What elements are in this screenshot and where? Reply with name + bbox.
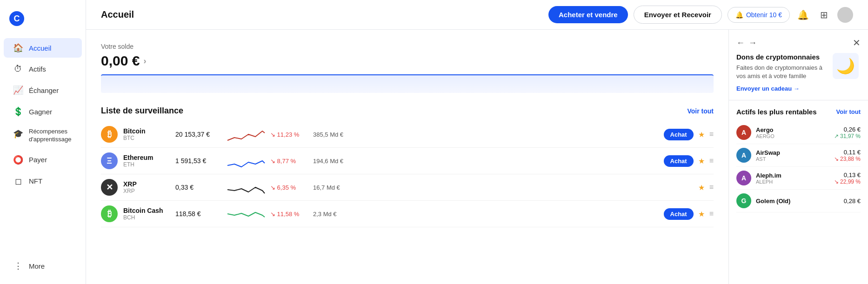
page-title: Accueil [101,9,543,20]
promo-button[interactable]: 🔔 Obtenir 10 € [728,7,790,23]
crypto-chart-mini [227,180,265,194]
asset-price-block: 0,28 € [844,198,861,205]
achat-button[interactable]: Achat [664,129,694,140]
asset-name-block: AirSwap AST [756,149,829,162]
watchlist-header: Liste de surveillance Voir tout [101,106,714,116]
sidebar-item-payer[interactable]: ⭕ Payer [4,150,82,170]
sidebar-item-label: Actifs [29,65,46,73]
sidebar-item-label: NFT [29,177,42,185]
top-assets-header: Actifs les plus rentables Voir tout [736,108,861,116]
balance-value: 0,00 € › [101,53,714,69]
promo-prev-button[interactable]: ← [736,38,745,48]
crypto-icon: ₿ [101,205,118,222]
promo-link[interactable]: Envoyer un cadeau → [736,85,800,92]
balance-amount: 0,00 € [101,53,140,69]
sidebar-item-gagner[interactable]: 💲 Gagner [4,102,82,121]
more-row-button[interactable]: ≡ [709,130,714,139]
more-row-button[interactable]: ≡ [709,157,714,165]
star-icon[interactable]: ★ [698,210,705,218]
crypto-name: Ethereum ETH [123,154,170,168]
notification-button[interactable]: 🔔 [795,7,811,22]
asset-name: Golem (Old) [756,198,839,205]
watchlist-voir-tout[interactable]: Voir tout [687,107,714,115]
star-icon[interactable]: ★ [698,130,705,139]
gift-icon: 🌙 [833,53,859,79]
sidebar-item-more[interactable]: ⋮ More [4,256,82,276]
more-row-button[interactable]: ≡ [709,183,714,192]
top-assets-title: Actifs les plus rentables [736,108,817,116]
sidebar-item-echanger[interactable]: 📈 Échanger [4,80,82,100]
promo-text: Dons de cryptomonnaies Faites don de cry… [736,53,827,92]
asset-icon: A [736,171,751,185]
list-item[interactable]: A Aergo AERGO 0,26 € ↗ 31,97 % [736,121,861,144]
sidebar-item-label: Récompenses d'apprentissage [29,128,73,144]
list-item[interactable]: G Golem (Old) 0,28 € [736,190,861,212]
sidebar: C 🏠 Accueil ⏱ Actifs 📈 Échanger 💲 Gagner… [0,0,86,284]
dashboard-body: Votre solde 0,00 € › Liste de surveillan… [86,30,868,284]
asset-icon: A [736,148,751,163]
asset-change: ↗ 31,97 % [834,133,861,139]
table-row: ✕ XRP XRP 0,33 € ↘ 6,35 % 16,7 Md € ★ ≡ [101,174,714,201]
sidebar-item-label: Échanger [29,86,59,94]
promo-next-button[interactable]: → [748,38,757,48]
crypto-price: 0,33 € [175,184,222,191]
header: Accueil Acheter et vendre Envoyer et Rec… [86,0,868,30]
asset-icon: A [736,125,751,140]
send-receive-button[interactable]: Envoyer et Recevoir [634,6,722,24]
balance-arrow[interactable]: › [143,56,146,66]
crypto-ticker: XRP [123,188,170,194]
more-row-button[interactable]: ≡ [709,210,714,218]
sidebar-logo: C [0,7,86,37]
right-panel: ← → ✕ Dons de cryptomonnaies Faites don … [728,30,868,284]
grid-button[interactable]: ⊞ [818,7,830,22]
crypto-icon: ✕ [101,179,118,196]
crypto-ticker: BTC [123,135,170,141]
asset-ticker: ALEPH [756,179,829,185]
promo-icon: 🔔 [735,11,743,19]
asset-name: Aleph.im [756,172,829,179]
asset-price: 0,11 € [834,149,861,156]
crypto-chart-mini [227,207,265,221]
sidebar-item-label: Gagner [29,108,52,116]
crypto-name: Bitcoin BTC [123,127,170,141]
table-row: ₿ Bitcoin BTC 20 153,37 € ↘ 11,23 % 385,… [101,121,714,148]
achat-button[interactable]: Achat [664,208,694,220]
crypto-actions: Achat ★ ≡ [664,129,714,140]
crypto-change: ↘ 11,23 % [270,131,307,138]
header-icons: 🔔 ⊞ [795,7,853,23]
avatar[interactable] [837,7,853,23]
top-assets-section: Actifs les plus rentables Voir tout A Ae… [729,100,868,220]
sidebar-item-nft[interactable]: ◻ NFT [4,172,82,191]
list-item[interactable]: A Aleph.im ALEPH 0,13 € ↘ 22,99 % [736,167,861,190]
promo-desc: Faites don de cryptomonnaies à vos amis … [736,64,827,80]
asset-change: ↘ 22,99 % [834,178,861,185]
main-content: Accueil Acheter et vendre Envoyer et Rec… [86,0,868,284]
star-icon[interactable]: ★ [698,183,705,192]
crypto-name-text: XRP [123,180,170,188]
logo-icon[interactable]: C [9,11,24,26]
list-item[interactable]: A AirSwap AST 0,11 € ↘ 23,88 % [736,144,861,167]
promo-content: Dons de cryptomonnaies Faites don de cry… [736,53,861,92]
sidebar-item-recompenses[interactable]: 🎓 Récompenses d'apprentissage [4,123,82,148]
balance-label: Votre solde [101,43,714,50]
buy-sell-button[interactable]: Acheter et vendre [548,6,628,23]
crypto-actions: ★ ≡ [698,183,714,192]
promo-title: Dons de cryptomonnaies [736,53,827,61]
more-icon: ⋮ [13,261,23,271]
sidebar-item-label: Payer [29,156,47,164]
sidebar-item-accueil[interactable]: 🏠 Accueil [4,38,82,58]
promo-card: ← → ✕ Dons de cryptomonnaies Faites don … [729,30,868,100]
promo-nav-arrows: ← → [736,38,757,48]
crypto-chart-mini [227,127,265,141]
crypto-change: ↘ 11,58 % [270,211,307,218]
crypto-icon: Ξ [101,152,118,169]
asset-change: ↘ 23,88 % [834,156,861,162]
top-assets-voir-tout[interactable]: Voir tout [836,108,861,115]
nft-icon: ◻ [13,176,23,186]
achat-button[interactable]: Achat [664,155,694,167]
promo-close-button[interactable]: ✕ [853,37,861,48]
sidebar-item-actifs[interactable]: ⏱ Actifs [4,59,82,79]
star-icon[interactable]: ★ [698,157,705,165]
asset-price: 0,28 € [844,198,861,205]
asset-name: Aergo [756,126,829,133]
